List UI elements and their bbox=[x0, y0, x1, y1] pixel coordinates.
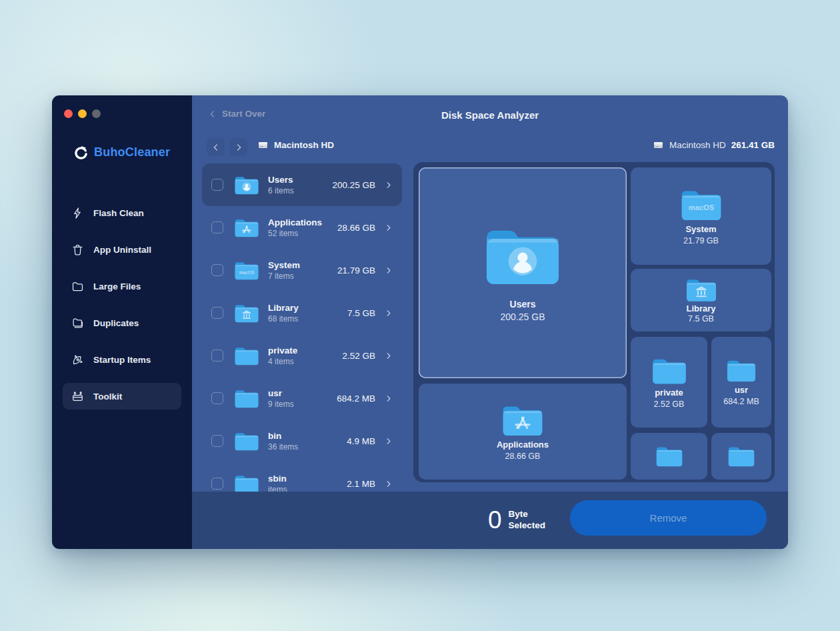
checkbox[interactable] bbox=[211, 179, 223, 191]
folder-size: 28.66 GB bbox=[337, 223, 375, 233]
list-item-system[interactable]: System7 items 21.79 GB bbox=[202, 249, 402, 291]
folder-size: 4.9 MB bbox=[347, 436, 375, 446]
remove-button[interactable]: Remove bbox=[570, 500, 767, 536]
folder-name: Applications bbox=[268, 217, 322, 227]
checkbox[interactable] bbox=[211, 478, 223, 490]
hard-drive-icon bbox=[653, 139, 664, 151]
sidebar-item-label: Flash Clean bbox=[93, 208, 144, 218]
folder-size: 21.79 GB bbox=[337, 265, 375, 275]
folder-items: 9 items bbox=[268, 400, 294, 409]
folder-size: 7.5 GB bbox=[347, 308, 375, 318]
checkbox[interactable] bbox=[211, 392, 223, 404]
breadcrumb-label: Macintosh HD bbox=[274, 140, 334, 150]
tile-size: 200.25 GB bbox=[501, 311, 545, 322]
chevron-right-icon[interactable] bbox=[384, 394, 393, 403]
treemap-tile-applications[interactable]: Applications 28.66 GB bbox=[419, 384, 627, 480]
chevron-right-icon[interactable] bbox=[384, 437, 393, 446]
sidebar-item-large-files[interactable]: Large Files bbox=[63, 273, 181, 299]
navigate-forward-button[interactable] bbox=[229, 138, 247, 156]
treemap-tile-bin[interactable] bbox=[631, 433, 707, 480]
folder-name: bin bbox=[268, 431, 298, 441]
list-item-users[interactable]: Users6 items 200.25 GB bbox=[202, 163, 402, 206]
checkbox[interactable] bbox=[211, 307, 223, 319]
brand: BuhoCleaner bbox=[73, 145, 170, 160]
chevron-right-icon[interactable] bbox=[384, 309, 393, 318]
lightning-icon bbox=[71, 207, 84, 219]
treemap-tile-system[interactable]: System 21.79 GB bbox=[631, 167, 771, 265]
chevron-right-icon[interactable] bbox=[384, 223, 393, 232]
buhocleaner-logo-icon bbox=[73, 145, 89, 160]
library-folder-icon bbox=[234, 303, 259, 324]
sidebar-menu: Flash Clean App Uninstall Large Files Du… bbox=[63, 199, 181, 410]
list-item-private[interactable]: private4 items 2.52 GB bbox=[202, 334, 402, 377]
folder-items: items bbox=[268, 485, 287, 492]
tile-name: Library bbox=[686, 303, 715, 313]
list-item-usr[interactable]: usr9 items 684.2 MB bbox=[202, 377, 402, 420]
treemap-tile-usr[interactable]: usr 684.2 MB bbox=[711, 337, 771, 428]
chevron-right-icon[interactable] bbox=[384, 352, 393, 360]
toolbox-icon bbox=[71, 390, 84, 403]
sidebar-item-app-uninstall[interactable]: App Uninstall bbox=[63, 236, 181, 263]
selected-label: Selected bbox=[509, 520, 546, 532]
plain-folder-icon bbox=[234, 431, 259, 452]
checkbox[interactable] bbox=[211, 221, 223, 233]
navigate-back-button[interactable] bbox=[207, 138, 225, 156]
folder-items: 6 items bbox=[268, 186, 294, 195]
sidebar-item-duplicates[interactable]: Duplicates bbox=[63, 309, 181, 336]
list-item-bin[interactable]: bin36 items 4.9 MB bbox=[202, 420, 402, 462]
disk-info: Macintosh HD 261.41 GB bbox=[653, 139, 775, 151]
close-window-button[interactable] bbox=[64, 109, 73, 118]
checkbox[interactable] bbox=[211, 350, 223, 362]
tile-name: Users bbox=[510, 299, 536, 309]
tile-size: 7.5 GB bbox=[688, 314, 714, 324]
window-controls bbox=[64, 109, 101, 118]
sidebar-item-label: Duplicates bbox=[93, 318, 139, 328]
treemap-tile-library[interactable]: Library 7.5 GB bbox=[631, 269, 771, 332]
tile-name: Applications bbox=[497, 440, 549, 450]
zoom-window-button[interactable] bbox=[92, 109, 101, 118]
folder-items: 36 items bbox=[268, 442, 298, 452]
disk-name: Macintosh HD bbox=[669, 140, 726, 150]
treemap-tile-users[interactable]: Users 200.25 GB bbox=[419, 167, 627, 378]
plain-folder-icon bbox=[727, 445, 755, 468]
minimize-window-button[interactable] bbox=[78, 109, 87, 118]
tile-name: private bbox=[655, 388, 683, 398]
plain-folder-icon bbox=[651, 356, 687, 386]
chevron-right-icon[interactable] bbox=[384, 480, 393, 488]
chevron-right-icon[interactable] bbox=[384, 266, 393, 275]
disk-size: 261.41 GB bbox=[731, 140, 775, 150]
list-item-library[interactable]: Library68 items 7.5 GB bbox=[202, 291, 402, 334]
folder-icon bbox=[71, 280, 84, 293]
users-folder-icon bbox=[234, 175, 259, 195]
folder-name: System bbox=[268, 260, 300, 270]
selected-amount: 0 bbox=[488, 506, 502, 534]
tile-name: System bbox=[685, 224, 716, 234]
sidebar-item-toolkit[interactable]: Toolkit bbox=[63, 383, 181, 410]
folder-name: private bbox=[268, 346, 297, 356]
checkbox[interactable] bbox=[211, 435, 223, 447]
list-item-sbin[interactable]: sbinitems 2.1 MB bbox=[202, 462, 402, 492]
folder-name: Users bbox=[268, 175, 294, 185]
list-item-applications[interactable]: Applications52 items 28.66 GB bbox=[202, 206, 402, 249]
treemap-panel: Users 200.25 GB Applications 28.66 GB Sy… bbox=[413, 162, 775, 482]
sidebar-item-startup-items[interactable]: Startup Items bbox=[63, 346, 181, 373]
sidebar-item-label: Startup Items bbox=[93, 355, 151, 365]
sidebar-item-label: Toolkit bbox=[93, 392, 122, 402]
system-folder-icon bbox=[234, 260, 259, 281]
treemap-tile-private[interactable]: private 2.52 GB bbox=[631, 337, 707, 428]
folder-size: 2.1 MB bbox=[347, 479, 375, 489]
checkbox[interactable] bbox=[211, 264, 223, 276]
treemap-tile-sbin[interactable] bbox=[711, 433, 771, 480]
folder-name: usr bbox=[268, 388, 294, 398]
chevron-right-icon[interactable] bbox=[384, 181, 393, 189]
folder-items: 4 items bbox=[268, 357, 297, 366]
plain-folder-icon bbox=[655, 445, 683, 468]
folder-size: 684.2 MB bbox=[337, 394, 375, 404]
selection-summary: 0 Byte Selected bbox=[488, 492, 545, 549]
users-folder-icon bbox=[483, 224, 562, 287]
sidebar-item-flash-clean[interactable]: Flash Clean bbox=[63, 199, 181, 226]
breadcrumb[interactable]: Macintosh HD bbox=[257, 139, 334, 151]
tile-size: 684.2 MB bbox=[723, 397, 759, 406]
folder-name: sbin bbox=[268, 474, 287, 484]
brand-name: BuhoCleaner bbox=[94, 145, 170, 159]
